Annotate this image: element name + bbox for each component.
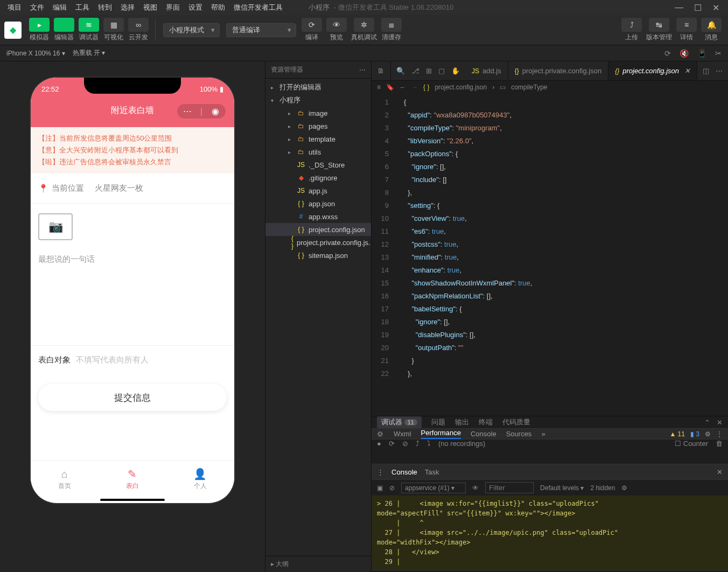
- tool-模拟器[interactable]: ▸模拟器: [29, 18, 50, 42]
- info-badge[interactable]: ▮ 3: [690, 430, 699, 438]
- console-prompt[interactable]: >: [372, 570, 728, 572]
- devtab-console[interactable]: Console: [471, 430, 496, 438]
- tree-file[interactable]: JS._DS_Store: [265, 158, 371, 171]
- clear-icon[interactable]: ⊘: [402, 440, 408, 448]
- breadcrumb-file[interactable]: project.config.json: [435, 83, 487, 91]
- trash-icon[interactable]: 🗑: [716, 440, 723, 448]
- message-input[interactable]: 最想说的一句话: [31, 250, 234, 264]
- tree-file[interactable]: JSapp.js: [265, 184, 371, 197]
- tool-编译[interactable]: ⟳编译: [302, 18, 322, 42]
- clear-icon[interactable]: ⊘: [389, 484, 395, 492]
- phone-icon[interactable]: 📱: [697, 49, 706, 58]
- editor-tab[interactable]: {}project.config.json✕: [608, 61, 697, 80]
- console-output[interactable]: > 26 | <image wx:for="{{imglist}}" class…: [372, 496, 728, 570]
- sidebar-icon[interactable]: ▣: [377, 484, 383, 492]
- levels-select[interactable]: Default levels ▾: [540, 484, 584, 492]
- counter-checkbox[interactable]: ☐ Counter: [675, 440, 708, 448]
- device-select[interactable]: iPhone X 100% 16 ▾: [6, 50, 65, 57]
- tab-confess[interactable]: ✎表白: [126, 468, 139, 491]
- tree-folder[interactable]: ▸🗀pages: [265, 120, 371, 132]
- tab-problems[interactable]: 问题: [431, 417, 445, 427]
- tool-调试器[interactable]: ≋调试器: [79, 18, 99, 42]
- download-icon[interactable]: ⤵: [427, 440, 431, 448]
- tab-terminal[interactable]: 终端: [479, 417, 493, 427]
- tree-folder[interactable]: ▸🗀image: [265, 107, 371, 120]
- list-icon[interactable]: ≡: [377, 83, 381, 91]
- more-icon[interactable]: ⋯: [359, 66, 366, 74]
- tool-版本管理[interactable]: ↹版本管理: [646, 18, 672, 42]
- mute-icon[interactable]: 🔇: [680, 49, 689, 58]
- filter-input[interactable]: [485, 482, 534, 493]
- tool-上传[interactable]: ⤴上传: [621, 18, 642, 42]
- back-icon[interactable]: ←: [400, 83, 406, 91]
- tab-output[interactable]: 输出: [455, 417, 469, 427]
- warning-badge[interactable]: ▲ 11: [669, 430, 685, 438]
- tool-清缓存[interactable]: ≣清缓存: [381, 18, 402, 42]
- close-icon[interactable]: ✕: [684, 67, 690, 75]
- tab-quality[interactable]: 代码质量: [502, 417, 530, 427]
- box-icon[interactable]: ▢: [438, 67, 445, 75]
- devtab-sources[interactable]: Sources: [506, 430, 532, 438]
- tree-folder[interactable]: ▸🗀template: [265, 132, 371, 145]
- cut-icon[interactable]: ✂: [715, 49, 722, 58]
- capsule-menu-icon[interactable]: ⋯: [180, 106, 194, 116]
- code-editor[interactable]: 12345678910111213141516171819202122 { "a…: [372, 94, 728, 416]
- tool-预览[interactable]: 👁预览: [326, 18, 347, 42]
- upload-icon[interactable]: ⤴: [416, 440, 419, 448]
- editor-tab[interactable]: {}project.private.config.json: [508, 61, 608, 80]
- more-tabs-icon[interactable]: »: [541, 430, 545, 438]
- tree-file[interactable]: { }project.private.config.js...: [265, 236, 371, 249]
- tree-file[interactable]: #app.wxss: [265, 210, 371, 223]
- reload-icon[interactable]: ⟳: [389, 440, 395, 448]
- files-icon[interactable]: 🗎: [372, 61, 391, 80]
- devtab-performance[interactable]: Performance: [421, 429, 461, 439]
- gear-icon[interactable]: ⚙: [621, 484, 627, 492]
- close-icon[interactable]: ✕: [712, 3, 719, 13]
- branch-icon[interactable]: ⎇: [411, 67, 419, 75]
- hidden-count[interactable]: 2 hidden: [590, 484, 615, 492]
- tool-可视化[interactable]: ▦可视化: [103, 18, 124, 42]
- fwd-icon[interactable]: →: [411, 83, 418, 91]
- menu-item[interactable]: 界面: [162, 3, 184, 12]
- close-icon[interactable]: ✕: [717, 418, 723, 427]
- tool-详情[interactable]: ≡详情: [676, 18, 697, 42]
- menu-item[interactable]: 选择: [116, 3, 139, 12]
- devtab-wxml[interactable]: Wxml: [394, 430, 411, 438]
- bookmark-icon[interactable]: 🔖: [386, 83, 394, 91]
- drawer-tab-console[interactable]: Console: [391, 468, 417, 476]
- eye-icon[interactable]: 👁: [472, 484, 479, 492]
- location-row[interactable]: 📍 当前位置 火星网友一枚: [31, 173, 234, 204]
- tree-file[interactable]: { }app.json: [265, 197, 371, 210]
- menu-item[interactable]: 设置: [184, 3, 207, 12]
- tree-group[interactable]: ▾小程序: [265, 94, 371, 107]
- gear-icon[interactable]: ⚙: [705, 430, 711, 438]
- target-row[interactable]: 表白对象 不填写代表向所有人: [31, 345, 234, 374]
- tree-group[interactable]: ▸打开的编辑器: [265, 81, 371, 94]
- menu-item[interactable]: 转到: [94, 3, 116, 12]
- menu-item[interactable]: 视图: [139, 3, 162, 12]
- drawer-tab-task[interactable]: Task: [425, 468, 439, 476]
- tree-file[interactable]: { }project.config.json: [265, 223, 371, 236]
- menu-item[interactable]: 编辑: [48, 3, 71, 12]
- more-icon[interactable]: ⋮: [716, 430, 723, 438]
- minimize-icon[interactable]: —: [675, 3, 683, 13]
- more-icon[interactable]: ⋯: [716, 67, 723, 75]
- menu-item[interactable]: 帮助: [207, 3, 229, 12]
- record-icon[interactable]: ●: [377, 440, 381, 448]
- camera-icon[interactable]: 📷: [38, 213, 73, 240]
- editor-tab[interactable]: JSadd.js: [465, 61, 508, 80]
- chevron-up-icon[interactable]: ⌃: [704, 418, 710, 427]
- menu-item[interactable]: 工具: [71, 3, 94, 12]
- close-icon[interactable]: ✕: [717, 468, 723, 476]
- inspect-icon[interactable]: ⯐: [377, 430, 384, 438]
- tab-home[interactable]: ⌂首页: [58, 468, 71, 491]
- tree-file[interactable]: ◆.gitignore: [265, 171, 371, 184]
- menu-item[interactable]: 项目: [3, 3, 26, 12]
- breadcrumb-symbol[interactable]: compileType: [511, 83, 547, 91]
- menu-item[interactable]: 微信开发者工具: [229, 3, 287, 12]
- tree-folder[interactable]: ▸🗀utils: [265, 145, 371, 158]
- reload-select[interactable]: 热重载 开 ▾: [73, 48, 106, 58]
- upload-area[interactable]: 📷: [31, 204, 234, 250]
- capsule-close-icon[interactable]: ◉: [208, 106, 222, 116]
- menu-item[interactable]: 文件: [26, 3, 48, 12]
